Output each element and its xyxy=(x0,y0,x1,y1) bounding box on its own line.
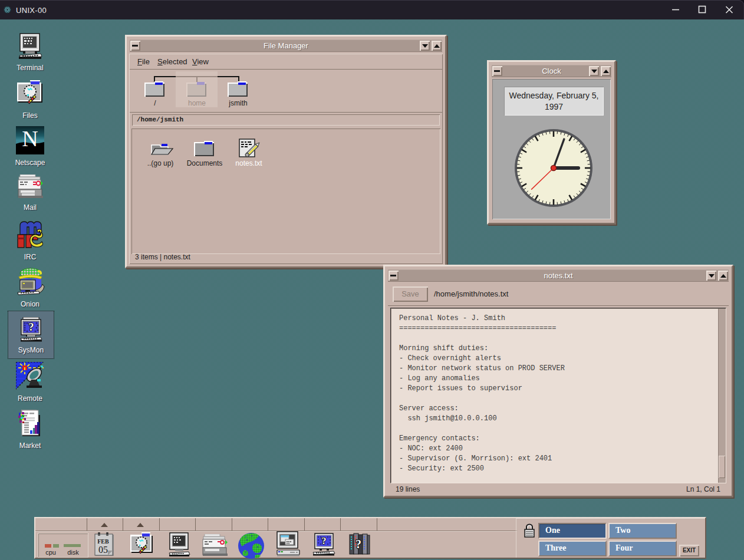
svg-text:?: ? xyxy=(28,321,34,333)
svg-text:?: ? xyxy=(322,536,327,546)
svg-text:?: ? xyxy=(355,538,361,551)
svg-text:05: 05 xyxy=(98,545,108,555)
svg-text:FEB: FEB xyxy=(97,538,109,545)
svg-text:N: N xyxy=(22,126,38,151)
